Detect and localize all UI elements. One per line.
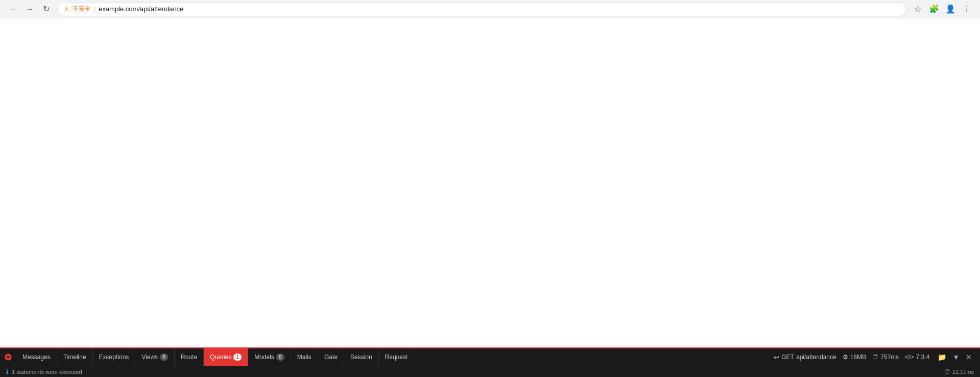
tab-exceptions-label: Exceptions bbox=[99, 354, 129, 361]
status-duration: 12.11ms bbox=[952, 369, 974, 375]
tab-request[interactable]: Request bbox=[379, 348, 415, 366]
memory-icon: ⚙ bbox=[843, 354, 848, 361]
memory-info: ⚙ 16MB bbox=[843, 354, 866, 361]
address-bar[interactable]: ⚠ 不安全 | example.com/api/attendance bbox=[57, 2, 906, 16]
tab-queries-label: Queries bbox=[210, 354, 231, 361]
nav-buttons: ← → ↻ bbox=[6, 2, 53, 16]
extensions-button[interactable]: 🧩 bbox=[927, 2, 941, 16]
warning-icon: ⚠ bbox=[64, 6, 69, 13]
toolbar-tabs: Messages Timeline Exceptions Views 0 Rou… bbox=[0, 348, 768, 366]
url-text: example.com/api/attendance bbox=[99, 5, 183, 13]
forward-button[interactable]: → bbox=[22, 2, 37, 16]
tab-views[interactable]: Views 0 bbox=[135, 348, 175, 366]
toolbar-right: ↩ GET api/attendance ⚙ 16MB ⏱ 757ms </> … bbox=[768, 352, 980, 362]
tab-models-badge: 0 bbox=[276, 354, 284, 361]
bookmark-button[interactable]: ☆ bbox=[911, 2, 925, 16]
tab-timeline-label: Timeline bbox=[63, 354, 86, 361]
profile-button[interactable]: 👤 bbox=[943, 2, 958, 16]
reload-button[interactable]: ↻ bbox=[39, 2, 53, 16]
status-left: ℹ 1 statements were executed bbox=[6, 368, 82, 375]
tab-request-label: Request bbox=[385, 354, 408, 361]
tab-models-label: Models bbox=[254, 354, 274, 361]
browser-actions: ☆ 🧩 👤 ⋮ bbox=[911, 2, 974, 16]
toolbar-logo[interactable] bbox=[0, 348, 16, 366]
info-icon: ℹ bbox=[6, 368, 9, 375]
tab-mails[interactable]: Mails bbox=[291, 348, 318, 366]
tab-views-badge: 0 bbox=[160, 354, 168, 361]
tab-queries[interactable]: Queries 1 bbox=[204, 348, 248, 366]
code-icon: </> bbox=[905, 354, 914, 361]
tab-session-label: Session bbox=[350, 354, 372, 361]
redirect-icon: ↩ bbox=[774, 354, 779, 361]
time-value: 757ms bbox=[880, 354, 899, 361]
browser-bar: ← → ↻ ⚠ 不安全 | example.com/api/attendance… bbox=[0, 0, 980, 18]
close-toolbar-button[interactable]: ✕ bbox=[964, 352, 974, 362]
tab-models[interactable]: Models 0 bbox=[248, 348, 291, 366]
tab-queries-badge: 1 bbox=[233, 354, 242, 361]
status-bar: ℹ 1 statements were executed ⏱ 12.11ms bbox=[0, 366, 980, 377]
tab-gate[interactable]: Gate bbox=[318, 348, 344, 366]
chevron-down-button[interactable]: ▼ bbox=[950, 352, 962, 362]
back-button[interactable]: ← bbox=[6, 2, 20, 16]
folder-button[interactable]: 📁 bbox=[936, 352, 948, 362]
clock-icon: ⏱ bbox=[944, 368, 950, 375]
tab-views-label: Views bbox=[141, 354, 158, 361]
status-message: 1 statements were executed bbox=[12, 369, 82, 375]
request-method-path: ↩ GET api/attendance bbox=[774, 354, 836, 361]
time-info: ⏱ 757ms bbox=[872, 354, 899, 361]
memory-value: 16MB bbox=[850, 354, 866, 361]
tab-session[interactable]: Session bbox=[344, 348, 379, 366]
insecure-label: 不安全 bbox=[73, 5, 91, 13]
toolbar-right-actions: 📁 ▼ ✕ bbox=[936, 352, 974, 362]
tab-route-label: Route bbox=[181, 354, 197, 361]
tab-messages[interactable]: Messages bbox=[16, 348, 57, 366]
tab-exceptions[interactable]: Exceptions bbox=[93, 348, 136, 366]
version-info: </> 7.3.4 bbox=[905, 354, 929, 361]
url-separator: | bbox=[94, 6, 95, 13]
main-content bbox=[0, 18, 980, 347]
debug-toolbar: Messages Timeline Exceptions Views 0 Rou… bbox=[0, 347, 980, 366]
menu-button[interactable]: ⋮ bbox=[960, 2, 974, 16]
time-icon: ⏱ bbox=[872, 354, 878, 361]
request-path: api/attendance bbox=[796, 354, 836, 361]
tab-timeline[interactable]: Timeline bbox=[57, 348, 93, 366]
version-value: 7.3.4 bbox=[916, 354, 929, 361]
tab-messages-label: Messages bbox=[22, 354, 51, 361]
tab-route[interactable]: Route bbox=[175, 348, 204, 366]
tab-mails-label: Mails bbox=[297, 354, 312, 361]
request-method: GET bbox=[781, 354, 794, 361]
status-right: ⏱ 12.11ms bbox=[944, 368, 974, 375]
tab-gate-label: Gate bbox=[324, 354, 338, 361]
